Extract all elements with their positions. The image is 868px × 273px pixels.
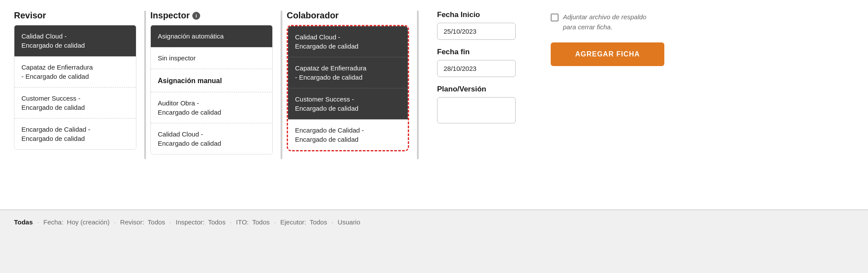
inspector-title: Inspector [150,10,190,21]
list-item[interactable]: Sin inspector [151,47,272,69]
adjuntar-row: Adjuntar archivo de respaldo para cerrar… [551,12,664,32]
filter-inspector-key: Inspector: [176,218,205,226]
divider-3 [414,10,421,159]
filter-revisor-key: Revisor: [120,218,144,226]
filter-usuario-key: Usuario [338,218,361,226]
revisor-title: Revisor [14,10,46,21]
filter-revisor-value[interactable]: Todos [148,218,165,226]
list-item[interactable]: Calidad Cloud -Encargado de calidad [151,123,272,154]
filter-inspector-value[interactable]: Todos [208,218,226,226]
filter-ejecutor-key: Ejecutor: [280,218,306,226]
filter-todas[interactable]: Todas [14,218,33,226]
dates-panel: Fecha Inicio Fecha fin Plano/Versión [437,10,533,123]
list-item[interactable]: Calidad Cloud -Encargado de calidad [14,25,136,56]
inspector-section: Inspector i Asignación automática Sin in… [150,10,273,154]
colaborador-section: Colaborador Calidad Cloud -Encargado de … [287,10,409,151]
colaborador-list[interactable]: Calidad Cloud -Encargado de calidad Capa… [287,25,409,151]
fecha-fin-input[interactable] [437,60,516,77]
revisor-section: Revisor Calidad Cloud -Encargado de cali… [14,10,136,150]
list-item[interactable]: Asignación automática [151,25,272,47]
inspector-list[interactable]: Asignación automática Sin inspector Asig… [150,25,273,154]
adjuntar-section: Adjuntar archivo de respaldo para cerrar… [551,12,664,66]
filter-ito-value[interactable]: Todos [252,218,270,226]
adjuntar-label: Adjuntar archivo de respaldo para cerrar… [563,12,650,32]
filter-fecha-value[interactable]: Hoy (creación) [67,218,110,226]
colaborador-title: Colaborador [287,10,339,21]
inspector-header: Inspector i [150,10,273,21]
main-panel: Revisor Calidad Cloud -Encargado de cali… [0,0,868,210]
divider-2 [278,10,285,159]
list-item[interactable]: Auditor Obra -Encargado de calidad [151,92,272,123]
filter-ejecutor-value[interactable]: Todos [309,218,327,226]
fecha-fin-label: Fecha fin [437,48,533,56]
colaborador-header: Colaborador [287,10,409,21]
fecha-inicio-input[interactable] [437,23,516,40]
fecha-inicio-label: Fecha Inicio [437,10,533,19]
bottom-filter-bar: Todas · Fecha: Hoy (creación) · Revisor:… [0,210,868,234]
list-item[interactable]: Customer Success -Encargado de calidad [14,88,136,119]
list-group-header: Asignación manual [151,69,272,92]
list-item[interactable]: Encargado de Calidad -Encargado de calid… [288,119,408,150]
agregar-ficha-button[interactable]: AGREGAR FICHA [551,42,664,66]
filter-ito-key: ITO: [236,218,249,226]
filter-fecha-key: Fecha: [43,218,63,226]
list-item[interactable]: Customer Success -Encargado de calidad [288,88,408,119]
list-item[interactable]: Capataz de Enfierradura- Encargado de ca… [14,56,136,88]
revisor-header: Revisor [14,10,136,21]
info-icon[interactable]: i [192,12,200,20]
revisor-list[interactable]: Calidad Cloud -Encargado de calidad Capa… [14,25,136,150]
list-item[interactable]: Capataz de Enfierradura- Encargado de ca… [288,57,408,88]
plano-version-label: Plano/Versión [437,85,533,94]
adjuntar-checkbox[interactable] [551,14,559,21]
list-item[interactable]: Encargado de Calidad -Encargado de calid… [14,119,136,149]
divider-1 [142,10,149,159]
list-item[interactable]: Calidad Cloud -Encargado de calidad [288,26,408,57]
plano-version-input[interactable] [437,97,516,123]
